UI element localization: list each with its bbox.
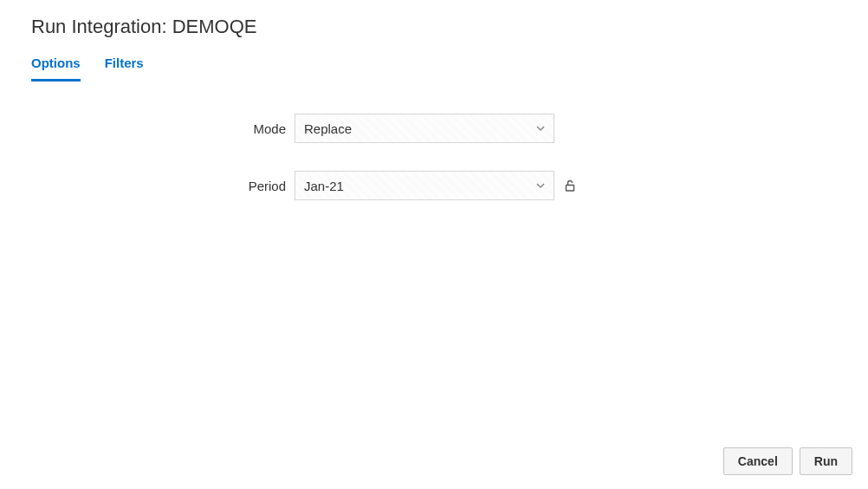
mode-select[interactable]: Replace (295, 114, 554, 143)
form-area: Mode Replace Period Jan-21 (0, 82, 868, 200)
cancel-button[interactable]: Cancel (723, 447, 793, 475)
period-select[interactable]: Jan-21 (295, 171, 554, 200)
period-select-value: Jan-21 (295, 171, 554, 200)
unlock-icon[interactable] (563, 179, 577, 192)
tab-bar: Options Filters (0, 38, 868, 82)
tab-options[interactable]: Options (31, 55, 81, 82)
svg-rect-0 (567, 186, 574, 192)
row-mode: Mode Replace (0, 114, 868, 143)
header: Run Integration: DEMOQE (0, 0, 868, 38)
run-button[interactable]: Run (800, 447, 852, 475)
tab-filters[interactable]: Filters (105, 55, 144, 82)
row-period: Period Jan-21 (0, 171, 868, 200)
footer: Cancel Run (723, 447, 852, 475)
mode-select-value: Replace (295, 114, 554, 143)
page-title: Run Integration: DEMOQE (31, 16, 868, 38)
label-mode: Mode (0, 121, 295, 136)
label-period: Period (0, 179, 295, 193)
